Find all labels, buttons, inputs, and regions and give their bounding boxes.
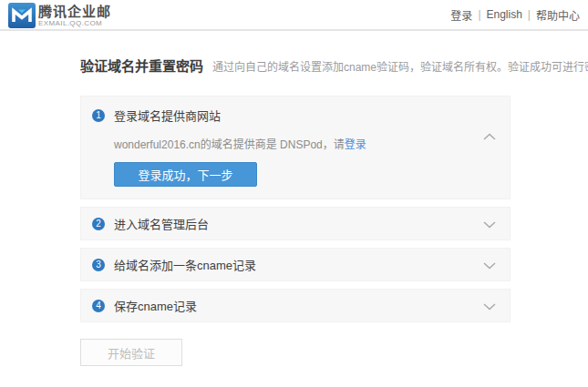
title-row: 验证域名并重置密码 通过向自己的域名设置添加cname验证码，验证域名所有权。验… <box>80 56 511 75</box>
start-verify-button[interactable]: 开始验证 <box>80 339 182 366</box>
help-center-link[interactable]: 帮助中心 <box>536 7 580 23</box>
login-success-next-button[interactable]: 登录成功，下一步 <box>114 162 257 187</box>
logo-title: 腾讯企业邮 <box>38 5 111 18</box>
logo-subtitle: EXMAIL.QQ.COM <box>38 20 111 27</box>
link-separator: | <box>478 8 480 21</box>
login-link[interactable]: 登录 <box>450 7 472 23</box>
top-header: 腾讯企业邮 EXMAIL.QQ.COM 登录 | English | 帮助中心 <box>0 0 588 31</box>
step-1-header[interactable]: 1 登录域名提供商网站 <box>92 107 499 124</box>
page-subtitle: 通过向自己的域名设置添加cname验证码，验证域名所有权。验证成功可进行密码设置 <box>212 58 588 74</box>
step-2-number-badge: 2 <box>92 218 105 230</box>
step-3-number-badge: 3 <box>92 259 105 271</box>
main-content: 验证域名并重置密码 通过向自己的域名设置添加cname验证码，验证域名所有权。验… <box>0 31 588 366</box>
step-panel-4[interactable]: 4 保存cname记录 <box>80 289 511 322</box>
step-1-description: wonderful2016.cn的域名提供商是 DNSPod，请登录 <box>114 136 499 151</box>
step-1-description-text: wonderful2016.cn的域名提供商是 DNSPod，请 <box>114 138 345 151</box>
step-panel-3[interactable]: 3 给域名添加一条cname记录 <box>80 248 511 281</box>
chevron-down-icon[interactable] <box>483 303 496 311</box>
page-title: 验证域名并重置密码 <box>80 56 203 75</box>
english-link[interactable]: English <box>487 8 522 21</box>
exmail-logo: 腾讯企业邮 EXMAIL.QQ.COM <box>8 2 111 28</box>
provider-login-link[interactable]: 登录 <box>345 138 366 151</box>
step-1-title: 登录域名提供商网站 <box>114 107 221 124</box>
header-links: 登录 | English | 帮助中心 <box>450 7 580 23</box>
steps-accordion: 1 登录域名提供商网站 wonderful2016.cn的域名提供商是 DNSP… <box>80 96 511 322</box>
exmail-logo-icon <box>8 3 36 28</box>
step-panel-2[interactable]: 2 进入域名管理后台 <box>80 207 511 240</box>
logo-text: 腾讯企业邮 EXMAIL.QQ.COM <box>38 5 111 27</box>
step-panel-1: 1 登录域名提供商网站 wonderful2016.cn的域名提供商是 DNSP… <box>80 96 511 199</box>
step-1-number-badge: 1 <box>92 109 105 122</box>
step-3-title: 给域名添加一条cname记录 <box>114 256 256 273</box>
chevron-up-icon[interactable] <box>483 133 496 140</box>
step-4-title: 保存cname记录 <box>114 297 197 314</box>
step-2-title: 进入域名管理后台 <box>114 215 209 232</box>
link-separator: | <box>528 8 531 21</box>
chevron-down-icon[interactable] <box>483 221 496 229</box>
chevron-down-icon[interactable] <box>483 262 496 270</box>
step-4-number-badge: 4 <box>92 300 105 312</box>
